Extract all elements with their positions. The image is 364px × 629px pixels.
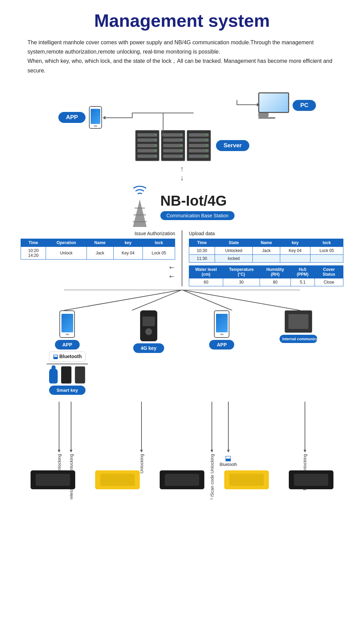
issue-arrow-pair: ↙ ↙ [169, 263, 175, 281]
arrow-down-symbol: ↓ [180, 173, 184, 182]
arrow-2 [70, 450, 72, 453]
srv-row [137, 144, 157, 147]
col-humidity: Humidity (RH) [260, 265, 291, 278]
col-operation: Operation [46, 239, 87, 247]
issue-table: Time Operation Name key lock 10:2014:20 … [21, 239, 175, 260]
vline-3 [141, 402, 142, 450]
smart-key-badge: Smart key [49, 386, 86, 395]
app1-phone [59, 310, 75, 338]
table-row: 10:30 Unlocked Jack Key 04 Lock 05 [189, 247, 343, 254]
bottom-connector [34, 290, 330, 310]
app-section: APP [58, 106, 102, 129]
col-time: Time [21, 239, 46, 247]
issue-arrows: ↙ ↙ [169, 263, 175, 281]
bt-logo: ⬓ [225, 454, 231, 462]
srv-row [189, 138, 209, 142]
diag-arrow-1: ↙ [167, 263, 176, 272]
col-name: Name [253, 239, 280, 247]
right-arrow-h [237, 104, 258, 105]
svg-line-6 [182, 290, 232, 310]
svg-line-7 [182, 290, 300, 310]
bt-hline [47, 364, 88, 364]
arrowhead-left [103, 116, 105, 119]
cover-detail-5 [294, 474, 328, 486]
col-lock: lock [143, 239, 175, 247]
col-state: State [215, 239, 253, 247]
tables-section: Issue Authorization Time Operation Name … [14, 230, 350, 286]
app2-badge: APP [209, 340, 234, 350]
cover-body-1 [31, 470, 75, 489]
vline-4 [212, 402, 212, 450]
cover-detail-4 [229, 474, 264, 486]
table-row: 11:30 locked [189, 254, 343, 262]
internal-badge: Internal communication equipment [280, 335, 317, 343]
key-fob-icon [49, 368, 58, 384]
upload-table-1: Time State Name key lock 10:30 Unlocked … [189, 239, 343, 263]
smart-key-group [49, 366, 85, 384]
server-rack-3 [187, 130, 211, 161]
nbiot-label: NB-Iot/4G [160, 193, 227, 209]
server-units [135, 130, 211, 161]
svg-line-5 [132, 290, 182, 310]
vline-2 [71, 402, 71, 450]
pc-badge: PC [293, 100, 316, 111]
diagram: APP PC [0, 82, 364, 500]
nbiot-info: NB-Iot/4G Communication Base Station [160, 193, 235, 220]
srv-row [163, 133, 183, 137]
bt-icon-1: ⬓ [53, 353, 58, 360]
4gkey-btn [145, 328, 152, 335]
scan-label: APP /Scan code Unlocking [209, 454, 215, 500]
arrow-up-symbol: ↑ [180, 164, 184, 173]
4g-unlock-label: Unlocking [139, 454, 144, 473]
cover-detail-1 [36, 474, 70, 486]
srv-row [163, 149, 183, 152]
issue-label: Issue Authorization [135, 230, 175, 237]
bt-badge-1: ⬓ Bluetooth [49, 352, 86, 362]
srv-row [189, 144, 209, 147]
wifi-waves [129, 186, 150, 199]
cover-body-5 [289, 470, 333, 489]
cover-2 [95, 470, 140, 489]
srv-row [163, 144, 183, 147]
left-arrow-v [132, 113, 133, 118]
device-col-app1: APP ⬓ Bluetooth Smart key [47, 310, 88, 395]
table-row: 60 30 80 5.1 Close [189, 278, 343, 286]
monitor-icon [258, 92, 289, 119]
arrow-6 [304, 450, 306, 453]
col-key: key [113, 239, 143, 247]
col-temp: Temperature (°C) [223, 265, 260, 278]
page-wrapper: Management system The intelligent manhol… [0, 0, 364, 500]
t-bar-v [163, 113, 163, 135]
app-badge: APP [58, 112, 86, 123]
server-to-nbiot: ↑ ↓ [14, 164, 350, 182]
srv-row [163, 155, 183, 158]
srv-row [189, 155, 209, 158]
cover-5 [289, 470, 333, 489]
cover-body-4 [224, 470, 269, 489]
srv-row [189, 149, 209, 152]
bidir-arrows: ↑ ↓ [180, 164, 184, 182]
col-key: key [280, 239, 310, 247]
4gkey-badge: 4G key [133, 343, 164, 353]
monitor-stand [258, 113, 269, 117]
arrowhead-right [257, 103, 260, 106]
bt-logo-section: ⬓ Bluetooth [220, 454, 237, 467]
left-arrow-h [105, 117, 132, 118]
srv-row [137, 138, 157, 142]
key-card2-icon [75, 366, 85, 384]
server-rack-1 [135, 130, 159, 161]
bt-text-label: Bluetooth [220, 462, 237, 467]
internal-device-icon [285, 310, 312, 333]
issue-section: Issue Authorization Time Operation Name … [21, 230, 182, 281]
cover-body-3 [160, 470, 204, 489]
col-lock: lock [310, 239, 343, 247]
col-h2s: H₂S (PPM) [291, 265, 315, 278]
device-col-4gkey: 4G key [133, 310, 164, 353]
tower-section [129, 186, 150, 227]
nbiot-section: NB-Iot/4G Communication Base Station [14, 186, 350, 227]
upload-table-2: Water level (cm) Temperature (°C) Humidi… [189, 265, 343, 286]
pc-section: PC [258, 92, 316, 119]
app1-badge: APP [55, 340, 80, 350]
cover-4 [224, 470, 269, 489]
srv-row [189, 133, 209, 137]
